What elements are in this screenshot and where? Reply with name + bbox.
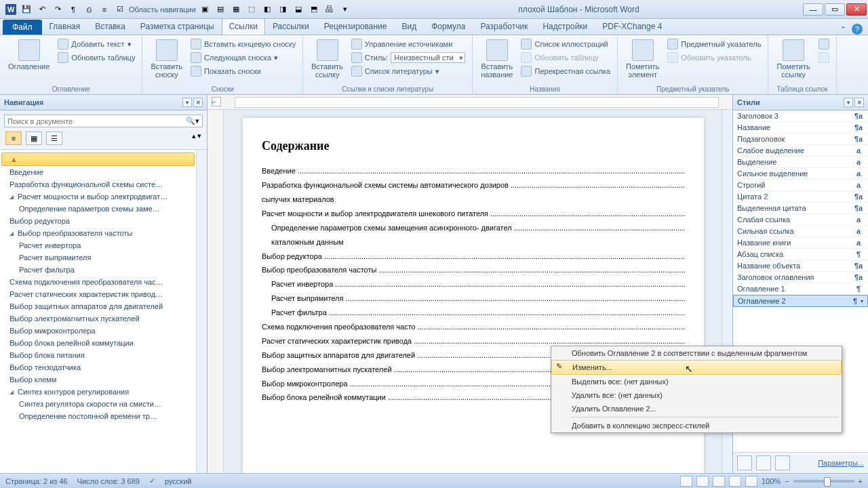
style-item[interactable]: Оглавление 1¶ [733,283,868,295]
qat-icon[interactable]: 品 [323,3,336,16]
undo-icon[interactable]: ↶ [35,3,49,16]
nav-item[interactable]: Схема подключения преобразователя час… [0,276,196,288]
zoom-in-button[interactable]: + [859,477,863,485]
nav-item[interactable]: Определение постоянной времени тр… [0,410,196,422]
horizontal-ruler[interactable]: ⌐ [208,95,732,110]
nav-item[interactable]: ◢Синтез контуров регулирования [0,386,196,398]
nav-up-icon[interactable]: ▴ [192,131,196,145]
update-table-button[interactable]: Обновить таблицу [519,52,612,64]
status-proof-icon[interactable]: ✓ [149,476,155,485]
nav-item[interactable]: Синтез регулятора скорости на смисти… [0,398,196,410]
scrollbar[interactable] [196,150,207,473]
show-footnotes-button[interactable]: Показать сноски [189,65,297,77]
style-item[interactable]: Сильное выделениеa [733,168,868,180]
ctx-select-all[interactable]: Выделить все: (нет данных) [551,375,842,388]
new-style-button[interactable] [737,455,752,470]
nav-tab-pages[interactable]: ▦ [26,131,42,145]
tab-Ссылки[interactable]: Ссылки [222,18,265,35]
minimize-button[interactable]: — [803,3,823,16]
style-item[interactable]: Строгийa [733,180,868,191]
dropdown-icon[interactable]: ▾ [844,98,853,107]
qat-icon[interactable]: ≡ [98,3,111,16]
nav-tab-results[interactable]: ☰ [46,131,62,145]
close-icon[interactable]: ✕ [854,98,864,107]
close-icon[interactable]: ✕ [193,98,203,107]
tab-Вид[interactable]: Вид [394,18,424,35]
tab-Рассылки[interactable]: Рассылки [265,18,317,35]
tab-Вставка[interactable]: Вставка [87,18,133,35]
mark-entry-button[interactable]: Пометить элемент [623,38,662,80]
nav-item[interactable]: Расчет инвертора [0,239,196,251]
view-print-button[interactable] [680,476,692,487]
style-item[interactable]: Заголовок 3¶a [733,110,868,122]
qat-icon[interactable]: ▦ [229,3,243,16]
nav-item[interactable]: Выбор блока питания [0,349,196,361]
tab-Разметка страницы[interactable]: Разметка страницы [133,18,222,35]
insert-index-button[interactable]: Предметный указатель [666,38,762,50]
style-item[interactable]: Оглавление 2¶▾ [733,295,868,307]
nav-item[interactable]: ▲ [1,152,195,166]
nav-item[interactable]: Выбор тензодатчика [0,361,196,373]
qat-icon[interactable]: ¶ [66,3,80,16]
update-index-button[interactable]: Обновить указатель [666,52,762,64]
search-input[interactable] [7,117,186,125]
word-icon[interactable]: W [4,3,18,16]
nav-item[interactable]: Выбор защитных аппаратов для двигателей [0,300,196,312]
nav-item[interactable]: Выбор редуктора [0,215,196,227]
ctx-remove-all[interactable]: Удалить все: (нет данных) [551,388,842,402]
zoom-slider[interactable] [793,480,854,483]
tab-Главная[interactable]: Главная [42,18,88,35]
tab-PDF-XChange 4[interactable]: PDF-XChange 4 [595,18,669,35]
style-item[interactable]: Выделенная цитата¶a [733,203,868,214]
toc-button[interactable]: Оглавление [5,38,52,72]
tab-Рецензирование[interactable]: Рецензирование [317,18,395,35]
dropdown-icon[interactable]: ▾ [182,98,192,107]
qat-dropdown-icon[interactable]: ▾ [338,3,352,16]
nav-item[interactable]: Определение параметров схемы заме… [0,203,196,215]
style-item[interactable]: Слабая ссылкаa [733,214,868,226]
style-item[interactable]: Название книгиa [733,237,868,249]
save-icon[interactable]: 💾 [20,3,33,16]
nav-item[interactable]: Расчет фильтра [0,264,196,276]
nav-down-icon[interactable]: ▾ [197,131,201,145]
qat-icon[interactable]: ◧ [260,3,274,16]
table-of-figures-button[interactable]: Список иллюстраций [519,38,612,50]
qat-icon[interactable]: ⬚ [245,3,258,16]
tab-selector-icon[interactable]: ⌐ [212,97,221,106]
add-text-button[interactable]: Добавить текст ▾ [56,38,136,50]
nav-item[interactable]: Разработка функциональной схемы систе… [0,178,196,190]
qat-icon[interactable]: ⬒ [307,3,321,16]
nav-item[interactable]: Расчет выпрямителя [0,251,196,264]
update-table-button[interactable]: Обновить таблицу [56,52,136,64]
style-item[interactable]: Подзаголовок¶a [733,134,868,145]
ctx-delete-style[interactable]: Удалить Оглавление 2... [551,402,842,415]
next-footnote-button[interactable]: Следующая сноска ▾ [189,52,297,64]
style-item[interactable]: Абзац списка¶ [733,249,868,260]
close-button[interactable]: ✕ [846,3,867,16]
manage-styles-button[interactable] [775,455,790,470]
tab-file[interactable]: Файл [3,20,42,35]
style-item[interactable]: Заголовок оглавления¶a [733,272,868,283]
ribbon-minimize-icon[interactable]: ⌃ [840,25,846,34]
nav-item[interactable]: ◢Выбор преобразователя частоты [0,227,196,239]
zoom-level[interactable]: 100% [762,477,781,485]
redo-icon[interactable]: ↷ [51,3,64,16]
tab-Формула[interactable]: Формула [424,18,473,35]
view-outline-button[interactable] [729,476,741,487]
nav-item[interactable]: Выбор клемм [0,373,196,386]
insert-endnote-button[interactable]: Вставить концевую сноску [189,38,297,50]
view-draft-button[interactable] [745,476,757,487]
qat-icon[interactable]: ⎙ [82,3,96,16]
nav-item[interactable]: ◢Расчет мощности и выбор электродвигат… [0,190,196,203]
help-icon[interactable]: ? [852,24,863,35]
qat-icon[interactable]: ⬓ [292,3,305,16]
nav-item[interactable]: Введение [0,166,196,178]
style-inspector-button[interactable] [756,455,771,470]
insert-caption-button[interactable]: Вставить название [478,38,515,80]
qat-checkbox[interactable]: ☑ [113,3,127,16]
zoom-out-button[interactable]: − [785,477,789,485]
insert-citation-button[interactable]: Вставить ссылку [309,38,346,80]
qat-icon[interactable]: ▤ [214,3,227,16]
manage-sources-button[interactable]: Управление источниками [350,38,467,50]
style-options-link[interactable]: Параметры... [818,459,864,467]
